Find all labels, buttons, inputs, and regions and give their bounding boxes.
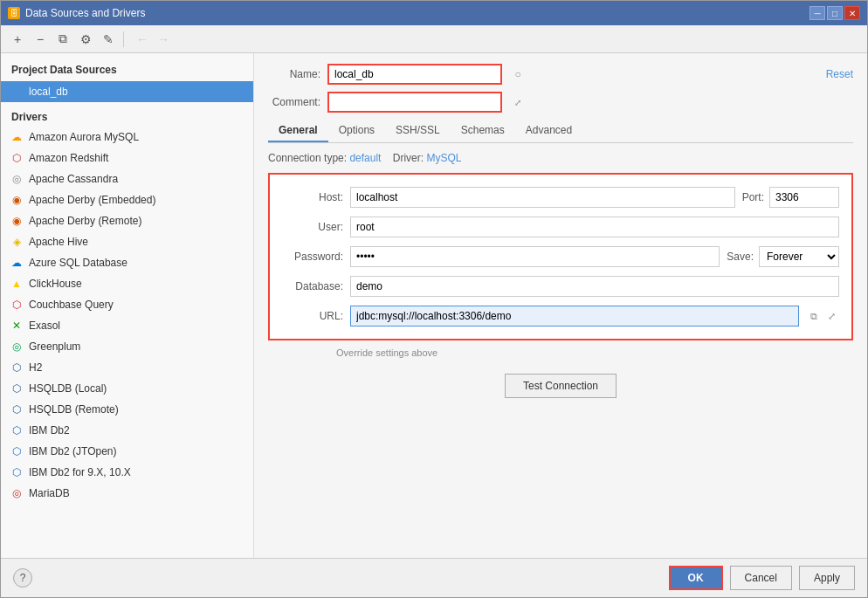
sidebar-item-label: HSQLDB (Remote) [29, 403, 119, 416]
sidebar-item-apache-cassandra[interactable]: ◎ Apache Cassandra [1, 168, 253, 189]
connection-type-row: Connection type: default Driver: MySQL [268, 152, 853, 164]
sidebar-item-amazon-aurora[interactable]: ☁ Amazon Aurora MySQL [1, 127, 253, 148]
database-input[interactable] [350, 276, 839, 297]
sidebar-item-apache-derby-remote[interactable]: ◉ Apache Derby (Remote) [1, 210, 253, 231]
ok-button[interactable]: OK [669, 566, 723, 590]
sidebar-item-amazon-redshift[interactable]: ⬡ Amazon Redshift [1, 148, 253, 168]
database-label: Database: [282, 280, 343, 292]
host-input[interactable] [350, 187, 735, 208]
add-button[interactable]: + [8, 30, 27, 49]
sidebar: Project Data Sources 🗄 local_db Drivers … [1, 53, 254, 558]
toolbar: + − ⧉ ⚙ ✎ ← → [1, 25, 867, 53]
sidebar-item-label: IBM Db2 for 9.X, 10.X [29, 466, 131, 478]
port-input[interactable] [769, 187, 839, 208]
sidebar-item-apache-hive[interactable]: ◈ Apache Hive [1, 231, 253, 252]
user-label: User: [282, 221, 343, 233]
host-row: Host: Port: [282, 187, 839, 208]
sidebar-item-label: Exasol [29, 320, 60, 332]
apply-button[interactable]: Apply [799, 566, 855, 590]
maximize-button[interactable]: □ [827, 6, 843, 20]
url-copy-button[interactable]: ⧉ [806, 308, 822, 324]
name-clear-button[interactable]: ○ [511, 67, 525, 81]
hsqldb-remote-icon: ⬡ [10, 402, 24, 416]
sidebar-item-label: IBM Db2 (JTOpen) [29, 445, 116, 457]
password-input[interactable] [350, 246, 720, 267]
database-row: Database: [282, 276, 839, 297]
forward-button[interactable]: → [154, 31, 173, 48]
sidebar-item-label: MariaDB [29, 487, 70, 499]
sidebar-item-ibm-db2-jtopen[interactable]: ⬡ IBM Db2 (JTOpen) [1, 441, 253, 462]
sidebar-item-clickhouse[interactable]: ▲ ClickHouse [1, 273, 253, 294]
sidebar-item-apache-derby-embedded[interactable]: ◉ Apache Derby (Embedded) [1, 189, 253, 210]
port-group: Port: [742, 187, 839, 208]
settings-button[interactable]: ⚙ [76, 30, 95, 49]
sidebar-item-couchbase[interactable]: ⬡ Couchbase Query [1, 294, 253, 315]
apache-derby-remote-icon: ◉ [10, 214, 24, 228]
url-label: URL: [282, 310, 343, 322]
azure-sql-icon: ☁ [10, 256, 24, 270]
cancel-button[interactable]: Cancel [730, 566, 792, 590]
connection-type-label: Connection type: [268, 152, 347, 164]
sidebar-item-greenplum[interactable]: ◎ Greenplum [1, 336, 253, 357]
hsqldb-local-icon: ⬡ [10, 381, 24, 395]
sidebar-item-label: ClickHouse [29, 278, 82, 290]
name-row: Name: ○ Reset [268, 64, 853, 85]
tab-advanced[interactable]: Advanced [515, 120, 582, 142]
title-bar-controls: ─ □ ✕ [809, 6, 860, 20]
comment-input[interactable] [327, 92, 502, 113]
url-input[interactable] [350, 306, 799, 326]
comment-label: Comment: [268, 96, 320, 108]
remove-button[interactable]: − [31, 30, 50, 49]
sidebar-item-label: Apache Cassandra [29, 173, 118, 185]
sidebar-item-ibm-db2[interactable]: ⬡ IBM Db2 [1, 420, 253, 441]
name-input[interactable] [327, 64, 502, 85]
name-label: Name: [268, 68, 320, 80]
test-connection-button[interactable]: Test Connection [505, 374, 617, 398]
close-button[interactable]: ✕ [844, 6, 860, 20]
sidebar-item-hsqldb-local[interactable]: ⬡ HSQLDB (Local) [1, 378, 253, 399]
minimize-button[interactable]: ─ [809, 6, 825, 20]
port-label: Port: [742, 191, 764, 203]
copy-button[interactable]: ⧉ [53, 30, 72, 49]
save-label: Save: [727, 251, 754, 263]
help-button[interactable]: ? [13, 568, 32, 588]
toolbar-nav: ← → [133, 31, 173, 48]
reset-button[interactable]: Reset [826, 68, 853, 80]
sidebar-item-h2[interactable]: ⬡ H2 [1, 357, 253, 378]
right-panel: Name: ○ Reset Comment: ⤢ General Options… [254, 53, 867, 558]
sidebar-item-mariadb[interactable]: ◎ MariaDB [1, 483, 253, 504]
sidebar-item-azure-sql[interactable]: ☁ Azure SQL Database [1, 252, 253, 273]
tab-general[interactable]: General [268, 120, 328, 142]
tab-schemas[interactable]: Schemas [451, 120, 515, 142]
window-title: Data Sources and Drivers [25, 7, 145, 19]
sidebar-item-local-db[interactable]: 🗄 local_db [1, 81, 253, 102]
sidebar-item-exasol[interactable]: ✕ Exasol [1, 315, 253, 336]
comment-expand-button[interactable]: ⤢ [511, 95, 525, 109]
edit-button[interactable]: ✎ [99, 30, 118, 49]
toolbar-separator [123, 31, 124, 47]
sidebar-item-ibm-db2-9x[interactable]: ⬡ IBM Db2 for 9.X, 10.X [1, 462, 253, 483]
title-bar-left: 🗄 Data Sources and Drivers [8, 7, 145, 19]
sidebar-item-label: Apache Derby (Embedded) [29, 194, 155, 206]
sidebar-item-hsqldb-remote[interactable]: ⬡ HSQLDB (Remote) [1, 399, 253, 420]
couchbase-icon: ⬡ [10, 298, 24, 312]
save-select[interactable]: Forever Until restart Never [759, 246, 839, 267]
tab-options[interactable]: Options [328, 120, 385, 142]
driver-value[interactable]: MySQL [426, 152, 461, 164]
sidebar-item-label: Amazon Aurora MySQL [29, 131, 139, 143]
connection-type-value[interactable]: default [349, 152, 381, 164]
override-text: Override settings above [336, 347, 853, 358]
apache-cassandra-icon: ◎ [10, 172, 24, 186]
host-label: Host: [282, 191, 343, 203]
h2-icon: ⬡ [10, 361, 24, 375]
user-input[interactable] [350, 217, 839, 237]
connection-form-box: Host: Port: User: Password: [268, 173, 853, 340]
back-button[interactable]: ← [133, 31, 152, 48]
url-expand-button[interactable]: ⤢ [823, 308, 839, 324]
exasol-icon: ✕ [10, 319, 24, 333]
main-window: 🗄 Data Sources and Drivers ─ □ ✕ + − ⧉ ⚙… [0, 0, 868, 598]
tab-ssh-ssl[interactable]: SSH/SSL [385, 120, 451, 142]
title-bar: 🗄 Data Sources and Drivers ─ □ ✕ [1, 1, 867, 25]
project-section-title: Project Data Sources [1, 60, 253, 81]
bottom-bar: ? OK Cancel Apply [1, 558, 867, 597]
